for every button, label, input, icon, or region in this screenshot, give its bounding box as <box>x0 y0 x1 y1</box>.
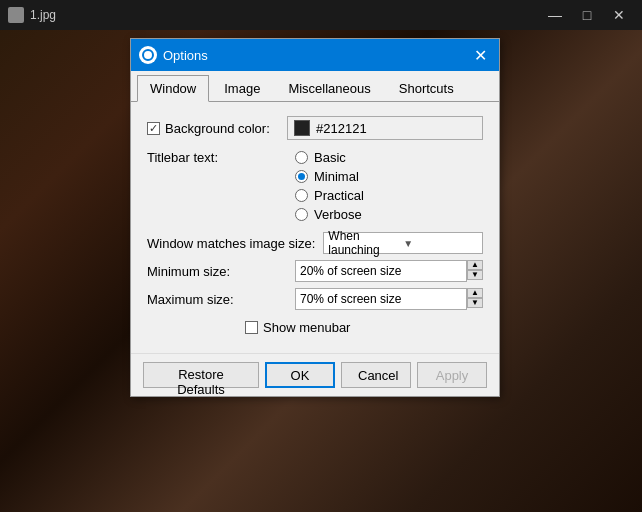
show-menubar-label[interactable]: Show menubar <box>245 320 385 335</box>
window-matches-dropdown[interactable]: When launching ▼ <box>323 232 483 254</box>
background-color-label: Background color: <box>165 121 270 136</box>
maximum-size-dropdown[interactable]: 70% of screen size <box>295 288 467 310</box>
minimum-size-row: Minimum size: 20% of screen size ▲ ▼ <box>147 260 483 282</box>
dialog-close-button[interactable]: ✕ <box>469 44 491 66</box>
tab-bar: Window Image Miscellaneous Shortcuts <box>131 71 499 102</box>
color-square <box>294 120 310 136</box>
color-hex-value: #212121 <box>316 121 367 136</box>
ok-button[interactable]: OK <box>265 362 335 388</box>
minimum-size-up[interactable]: ▲ <box>467 260 483 270</box>
background-color-row: ✓ Background color: #212121 <box>147 116 483 140</box>
minimum-size-label: Minimum size: <box>147 264 287 279</box>
tab-window[interactable]: Window <box>137 75 209 102</box>
options-dialog: Options ✕ Window Image Miscellaneous Sho… <box>130 38 500 397</box>
radio-practical-text: Practical <box>314 188 364 203</box>
show-menubar-row: Show menubar <box>147 320 483 335</box>
tab-shortcuts[interactable]: Shortcuts <box>386 75 467 101</box>
show-menubar-checkbox[interactable] <box>245 321 258 334</box>
radio-minimal-text: Minimal <box>314 169 359 184</box>
radio-basic-label[interactable]: Basic <box>295 150 364 165</box>
app-icon <box>8 7 24 23</box>
minimum-size-dropdown[interactable]: 20% of screen size <box>295 260 467 282</box>
color-swatch-button[interactable]: #212121 <box>287 116 483 140</box>
window-matches-row: Window matches image size: When launchin… <box>147 232 483 254</box>
maximum-size-container: 70% of screen size ▲ ▼ <box>295 288 483 310</box>
radio-practical-label[interactable]: Practical <box>295 188 364 203</box>
radio-basic[interactable] <box>295 151 308 164</box>
maximum-size-spinner: ▲ ▼ <box>467 288 483 310</box>
radio-practical[interactable] <box>295 189 308 202</box>
window-matches-value: When launching <box>328 229 403 257</box>
radio-verbose-text: Verbose <box>314 207 362 222</box>
window-title: 1.jpg <box>30 8 56 22</box>
restore-defaults-button[interactable]: Restore Defaults <box>143 362 259 388</box>
window-close-button[interactable]: ✕ <box>604 0 634 30</box>
radio-verbose[interactable] <box>295 208 308 221</box>
tab-miscellaneous[interactable]: Miscellaneous <box>275 75 383 101</box>
tab-image[interactable]: Image <box>211 75 273 101</box>
minimum-size-value: 20% of screen size <box>300 264 462 278</box>
minimum-size-down[interactable]: ▼ <box>467 270 483 280</box>
background-color-checkbox[interactable]: ✓ <box>147 122 160 135</box>
radio-minimal-label[interactable]: Minimal <box>295 169 364 184</box>
radio-basic-text: Basic <box>314 150 346 165</box>
taskbar: 1.jpg — □ ✕ <box>0 0 642 30</box>
dialog-titlebar: Options ✕ <box>131 39 499 71</box>
dialog-title: Options <box>163 48 469 63</box>
titlebar-text-row: Titlebar text: Basic Minimal Practical V… <box>147 150 483 222</box>
show-menubar-text: Show menubar <box>263 320 350 335</box>
dialog-content: ✓ Background color: #212121 Titlebar tex… <box>131 102 499 353</box>
titlebar-radio-group: Basic Minimal Practical Verbose <box>295 150 364 222</box>
dialog-footer: Restore Defaults OK Cancel Apply <box>131 353 499 396</box>
window-controls: — □ ✕ <box>540 0 634 30</box>
window-matches-arrow: ▼ <box>403 238 478 249</box>
dialog-icon <box>139 46 157 64</box>
maximize-button[interactable]: □ <box>572 0 602 30</box>
radio-minimal[interactable] <box>295 170 308 183</box>
minimum-size-container: 20% of screen size ▲ ▼ <box>295 260 483 282</box>
background-color-checkbox-label[interactable]: ✓ Background color: <box>147 121 287 136</box>
minimum-size-spinner: ▲ ▼ <box>467 260 483 282</box>
dialog-icon-inner <box>142 49 154 61</box>
apply-button[interactable]: Apply <box>417 362 487 388</box>
window-matches-label: Window matches image size: <box>147 236 315 251</box>
radio-verbose-label[interactable]: Verbose <box>295 207 364 222</box>
maximum-size-label: Maximum size: <box>147 292 287 307</box>
minimize-button[interactable]: — <box>540 0 570 30</box>
maximum-size-value: 70% of screen size <box>300 292 462 306</box>
cancel-button[interactable]: Cancel <box>341 362 411 388</box>
maximum-size-row: Maximum size: 70% of screen size ▲ ▼ <box>147 288 483 310</box>
titlebar-text-label: Titlebar text: <box>147 150 287 165</box>
footer-left: Restore Defaults <box>143 362 259 388</box>
maximum-size-down[interactable]: ▼ <box>467 298 483 308</box>
maximum-size-up[interactable]: ▲ <box>467 288 483 298</box>
